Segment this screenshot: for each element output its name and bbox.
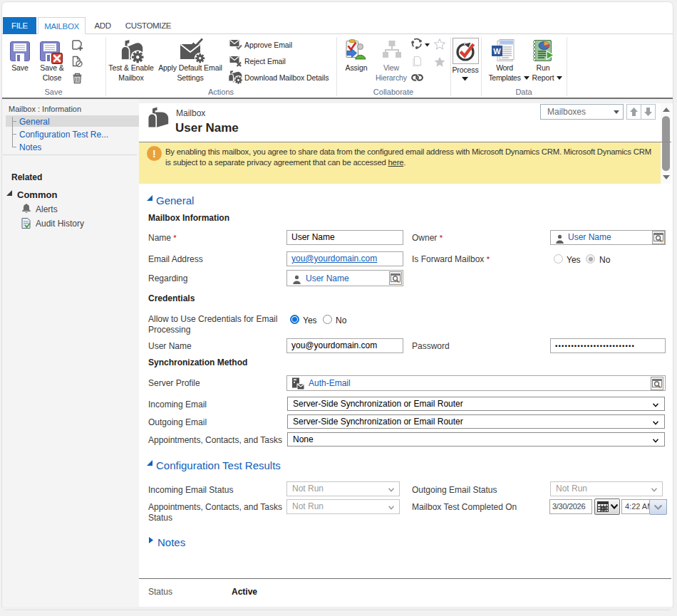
svg-text:W: W [493,47,501,56]
